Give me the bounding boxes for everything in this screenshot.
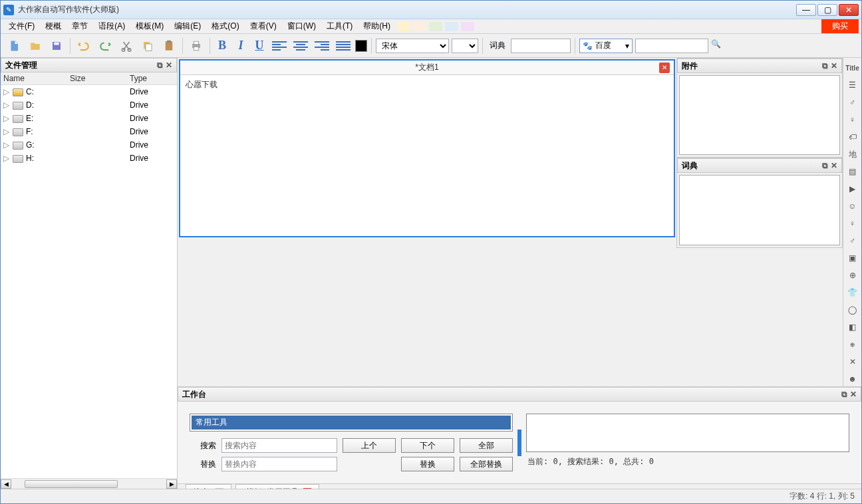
male-icon[interactable]: ♂ — [845, 95, 860, 110]
color-swatch-1[interactable] — [397, 22, 410, 31]
undock-icon[interactable]: ⧉ — [157, 61, 163, 70]
color-swatch-3[interactable] — [429, 22, 442, 31]
fontsize-select[interactable] — [452, 39, 478, 53]
search-engine-select[interactable]: 🐾 百度 ▾ — [579, 39, 633, 53]
dict-panel-header[interactable]: 词典 ⧉✕ — [677, 158, 842, 173]
drive-row-g[interactable]: ▷G:Drive — [1, 138, 177, 152]
splitter-handle[interactable] — [517, 430, 521, 456]
color-swatch-2[interactable] — [413, 22, 426, 31]
scroll-right-icon[interactable]: ▶ — [166, 479, 177, 489]
undo-icon[interactable] — [74, 37, 93, 55]
menu-view[interactable]: 查看(V) — [245, 19, 282, 33]
undock-icon[interactable]: ⧉ — [822, 161, 828, 170]
search-input[interactable] — [221, 438, 337, 453]
document-editor[interactable]: 心愿下载 — [180, 75, 674, 236]
bold-button[interactable]: B — [214, 38, 230, 54]
drive-row-e[interactable]: ▷E:Drive — [1, 112, 177, 125]
text-color-button[interactable] — [355, 40, 367, 52]
menu-window[interactable]: 窗口(W) — [282, 19, 321, 33]
globe-icon[interactable]: ⊕ — [845, 268, 860, 283]
panel-close-icon[interactable]: ✕ — [831, 161, 837, 170]
titlebar[interactable]: ✎ 大作家自动写作软件(大师版) — ▢ ✕ — [1, 1, 861, 19]
menu-help[interactable]: 帮助(H) — [358, 19, 396, 33]
worktable-header[interactable]: 工作台 ⧉✕ — [178, 387, 861, 402]
paste-icon[interactable] — [160, 37, 178, 55]
align-justify-button[interactable] — [334, 37, 353, 55]
iconbar-title[interactable]: Title — [845, 61, 860, 75]
prev-button[interactable]: 上个 — [343, 438, 396, 453]
search-icon[interactable]: 🔍 — [711, 39, 724, 53]
align-right-button[interactable] — [313, 37, 331, 55]
file-tree-hscroll[interactable]: ◀ ▶ — [1, 478, 177, 489]
drive-row-h[interactable]: ▷H:Drive — [1, 152, 177, 165]
page-icon[interactable]: ▤ — [845, 164, 860, 179]
maximize-button[interactable]: ▢ — [817, 4, 837, 16]
file-panel-header[interactable]: 文件管理 ⧉✕ — [1, 58, 177, 72]
drive-row-f[interactable]: ▷F:Drive — [1, 125, 177, 138]
panel-close-icon[interactable]: ✕ — [831, 61, 837, 70]
menu-chapter[interactable]: 章节 — [67, 19, 93, 33]
replace-input[interactable] — [221, 457, 337, 471]
menu-file[interactable]: 文件(F) — [3, 19, 40, 33]
color-swatch-5[interactable] — [461, 22, 474, 31]
document-close-icon[interactable]: ✕ — [659, 63, 670, 73]
font-select[interactable]: 宋体 — [376, 39, 449, 53]
mars-icon[interactable]: ♂ — [845, 233, 860, 248]
color-swatch-4[interactable] — [445, 22, 458, 31]
menu-edit[interactable]: 编辑(E) — [169, 19, 206, 33]
align-center-button[interactable] — [291, 37, 310, 55]
female-icon[interactable]: ♀ — [845, 112, 860, 127]
minimize-button[interactable]: — — [796, 4, 816, 16]
shirt-icon[interactable]: 👕 — [845, 285, 860, 300]
close-button[interactable]: ✕ — [839, 4, 859, 16]
worktable-list[interactable]: 常用工具 — [190, 414, 513, 432]
italic-button[interactable]: I — [233, 38, 249, 54]
replace-button[interactable]: 替换 — [401, 457, 454, 471]
menu-format[interactable]: 格式(O) — [206, 19, 244, 33]
dict-body[interactable] — [679, 175, 840, 245]
tag-icon[interactable]: 🏷 — [845, 130, 860, 144]
open-file-icon[interactable] — [26, 37, 45, 55]
drive-row-d[interactable]: ▷D:Drive — [1, 98, 177, 112]
menu-template[interactable]: 模板(M) — [130, 19, 169, 33]
play-icon[interactable]: ▶ — [845, 182, 860, 196]
head-icon[interactable]: ☺ — [845, 199, 860, 213]
place-icon[interactable]: 地 — [845, 147, 860, 162]
redo-icon[interactable] — [96, 37, 114, 55]
menu-segment[interactable]: 语段(A) — [93, 19, 130, 33]
file-tree[interactable]: ▷C:Drive ▷D:Drive ▷E:Drive ▷F:Drive ▷G:D… — [1, 85, 177, 478]
undock-icon[interactable]: ⧉ — [841, 390, 847, 399]
buy-button[interactable]: 购买 — [821, 19, 859, 33]
print-icon[interactable] — [187, 37, 206, 55]
menu-tools[interactable]: 工具(T) — [321, 19, 358, 33]
undock-icon[interactable]: ⧉ — [822, 61, 828, 70]
menu-icon[interactable]: ☰ — [845, 78, 860, 92]
all-button[interactable]: 全部 — [460, 438, 513, 453]
wheel-icon[interactable]: ⎈ — [845, 337, 860, 352]
new-file-icon[interactable] — [5, 37, 23, 55]
shape-icon[interactable]: ◧ — [845, 320, 860, 334]
venus-icon[interactable]: ♀ — [845, 216, 860, 231]
align-left-button[interactable] — [270, 37, 289, 55]
circle-icon[interactable]: ◯ — [845, 303, 860, 317]
replace-all-button[interactable]: 全部替换 — [460, 457, 513, 471]
menu-outline[interactable]: 梗概 — [40, 19, 67, 33]
attach-body[interactable] — [679, 75, 840, 155]
dict-input[interactable] — [511, 39, 571, 53]
portrait-icon[interactable]: ▣ — [845, 251, 860, 265]
underline-button[interactable]: U — [251, 38, 267, 54]
cross-icon[interactable]: ✕ — [845, 354, 860, 369]
panel-close-icon[interactable]: ✕ — [850, 390, 857, 399]
web-search-input[interactable] — [635, 39, 708, 53]
list-item-selected[interactable]: 常用工具 — [192, 416, 511, 430]
scroll-left-icon[interactable]: ◀ — [1, 479, 11, 489]
worktable-preview[interactable] — [526, 414, 849, 452]
save-icon[interactable] — [47, 37, 66, 55]
drive-row-c[interactable]: ▷C:Drive — [1, 85, 177, 98]
face-icon[interactable]: ☻ — [845, 372, 860, 386]
next-button[interactable]: 下个 — [401, 438, 454, 453]
scroll-thumb[interactable] — [25, 480, 118, 488]
copy-icon[interactable] — [138, 37, 157, 55]
attach-panel-header[interactable]: 附件 ⧉✕ — [677, 59, 842, 73]
panel-close-icon[interactable]: ✕ — [166, 61, 172, 70]
